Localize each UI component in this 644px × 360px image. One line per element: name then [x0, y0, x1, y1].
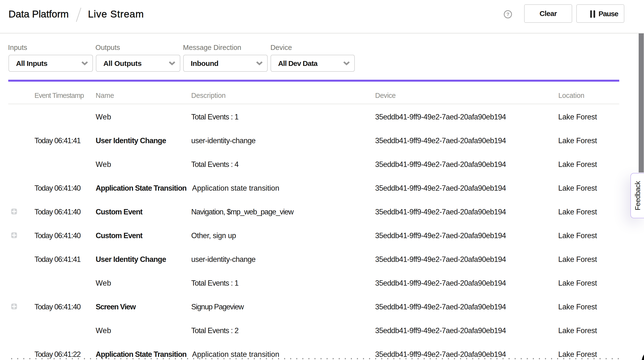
- svg-text:?: ?: [506, 12, 509, 17]
